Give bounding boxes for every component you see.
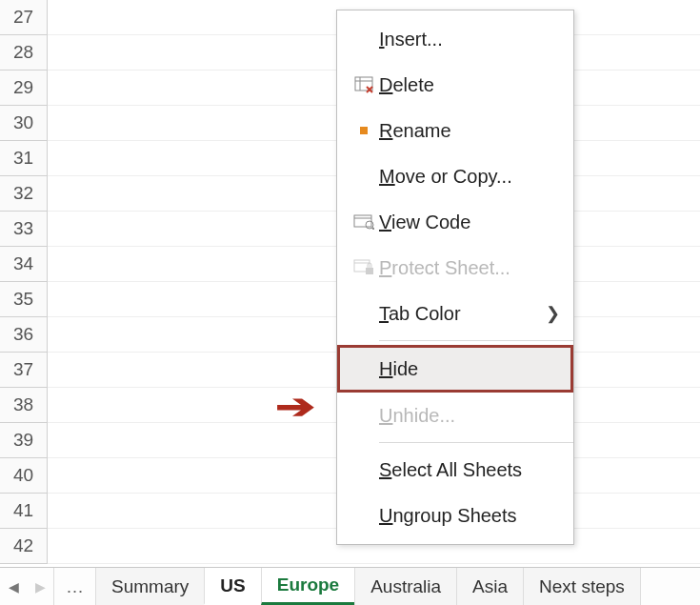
row-header[interactable]: 38: [0, 388, 48, 423]
menu-label: Rename: [379, 120, 560, 142]
row-header[interactable]: 34: [0, 247, 48, 282]
menu-tab-color[interactable]: Tab Color ❯: [337, 291, 573, 336]
row-header[interactable]: 39: [0, 423, 48, 458]
row-header[interactable]: 31: [0, 141, 48, 176]
menu-protect-sheet: Protect Sheet...: [337, 245, 573, 291]
menu-rename[interactable]: Rename: [337, 108, 573, 153]
menu-insert[interactable]: Insert...: [337, 16, 573, 62]
menu-label: Hide: [379, 358, 560, 380]
sheet-tab-us[interactable]: US: [204, 568, 260, 605]
row-header[interactable]: 27: [0, 0, 48, 35]
menu-label: Move or Copy...: [379, 166, 560, 188]
row-header[interactable]: 29: [0, 71, 48, 106]
menu-label: Tab Color: [379, 303, 546, 325]
annotation-arrow-icon: ➔: [275, 387, 315, 427]
row-header[interactable]: 40: [0, 458, 48, 494]
menu-move-or-copy[interactable]: Move or Copy...: [337, 153, 573, 199]
delete-icon: [349, 76, 379, 93]
menu-hide[interactable]: Hide: [337, 345, 573, 393]
row-header-column: 27282930313233343536373839404142: [0, 0, 48, 564]
menu-unhide: Unhide...: [337, 393, 573, 438]
sheet-tab-europe[interactable]: Europe: [261, 568, 354, 605]
row-header[interactable]: 36: [0, 317, 48, 353]
menu-label: Select All Sheets: [379, 459, 560, 481]
row-header[interactable]: 41: [0, 494, 48, 529]
menu-delete[interactable]: Delete: [337, 62, 573, 108]
sheet-context-menu: Insert... Delete Rename Move or Copy... …: [336, 10, 574, 545]
svg-rect-12: [366, 268, 373, 274]
menu-label: Unhide...: [379, 405, 560, 427]
row-header[interactable]: 32: [0, 176, 48, 212]
menu-view-code[interactable]: View Code: [337, 199, 573, 245]
menu-label: Insert...: [379, 29, 560, 50]
row-header[interactable]: 35: [0, 282, 48, 317]
rename-icon: [349, 124, 379, 137]
sheet-tab-summary[interactable]: Summary: [95, 568, 204, 605]
menu-label: View Code: [379, 212, 560, 233]
svg-line-9: [372, 228, 374, 230]
menu-ungroup-sheets[interactable]: Ungroup Sheets: [337, 493, 573, 538]
view-code-icon: [349, 214, 379, 230]
menu-label: Delete: [379, 74, 560, 96]
sheet-tab-australia[interactable]: Australia: [354, 568, 456, 605]
sheet-tab-next-steps[interactable]: Next steps: [523, 568, 641, 605]
menu-separator: [379, 340, 573, 341]
tab-nav-prev[interactable]: ◀: [0, 568, 27, 605]
row-header[interactable]: 42: [0, 529, 48, 564]
row-header[interactable]: 37: [0, 353, 48, 388]
sheet-tab-asia[interactable]: Asia: [456, 568, 523, 605]
sheet-tab-bar: ◀ ▶ … Summary US Europe Australia Asia N…: [0, 567, 700, 605]
menu-select-all-sheets[interactable]: Select All Sheets: [337, 447, 573, 493]
row-header[interactable]: 30: [0, 106, 48, 141]
submenu-arrow-icon: ❯: [546, 303, 560, 324]
protect-sheet-icon: [349, 259, 379, 276]
row-header[interactable]: 28: [0, 35, 48, 71]
tab-overflow[interactable]: …: [53, 568, 95, 605]
svg-point-8: [366, 221, 373, 229]
row-header[interactable]: 33: [0, 212, 48, 247]
menu-label: Protect Sheet...: [379, 257, 560, 279]
menu-label: Ungroup Sheets: [379, 505, 560, 527]
svg-rect-5: [360, 127, 368, 134]
menu-separator: [379, 442, 573, 443]
tab-nav-next[interactable]: ▶: [27, 568, 53, 605]
